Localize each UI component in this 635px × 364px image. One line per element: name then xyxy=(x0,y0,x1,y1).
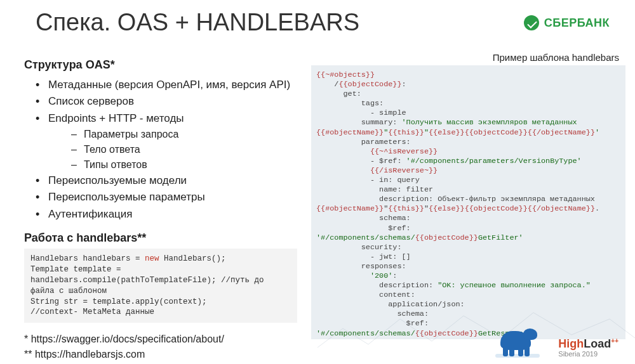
brand-logo: СБЕРБАНК xyxy=(524,15,610,30)
handlebars-heading: Работа с handlebars** xyxy=(24,231,297,245)
left-column: Структура OAS* Метаданные (версия OpenAP… xyxy=(24,58,297,361)
oas-subitem: Типы ответов xyxy=(71,157,297,172)
oas-item: Список серверов xyxy=(29,93,297,110)
highload-high: High xyxy=(558,337,584,350)
bear-icon xyxy=(495,327,540,358)
example-code: {{~#objects}} /{{objectCode}}: get: tags… xyxy=(311,65,625,339)
highload-plus: ++ xyxy=(611,337,618,344)
oas-item: Аутентификация xyxy=(29,206,297,223)
example-heading: Пример шаблона handlebars xyxy=(311,52,625,63)
oas-heading: Структура OAS* xyxy=(24,58,297,72)
sberbank-icon xyxy=(524,15,539,30)
highload-line1: HighLoad++ xyxy=(558,338,618,349)
oas-subitem: Тело ответа xyxy=(71,142,297,157)
oas-item: Endpoints + HTTP - методыПараметры запро… xyxy=(29,110,297,172)
oas-list: Метаданные (версия OpenAPI, имя, версия … xyxy=(24,77,297,223)
handlebars-code: Handlebars handlebars = new Handlebars()… xyxy=(24,249,297,323)
oas-item: Метаданные (версия OpenAPI, имя, версия … xyxy=(29,77,297,93)
right-column: Пример шаблона handlebars {{~#objects}} … xyxy=(311,52,625,337)
footnote-2: ** https://handlebarsjs.com xyxy=(24,347,297,361)
highload-load: Load xyxy=(584,337,611,350)
oas-item: Переиспользуемые модели xyxy=(29,172,297,189)
brand-name: СБЕРБАНК xyxy=(544,16,610,30)
highload-logo: HighLoad++ Siberia 2019 xyxy=(558,338,618,358)
footnotes: * https://swagger.io/docs/specification/… xyxy=(24,332,297,361)
slide-title: Спека. OAS + HANDLEBARS xyxy=(36,9,359,36)
oas-subitem: Параметры запроса xyxy=(71,127,297,142)
footnote-1: * https://swagger.io/docs/specification/… xyxy=(24,332,297,346)
highload-subtitle: Siberia 2019 xyxy=(558,351,618,358)
oas-item: Переиспользуемые параметры xyxy=(29,189,297,205)
